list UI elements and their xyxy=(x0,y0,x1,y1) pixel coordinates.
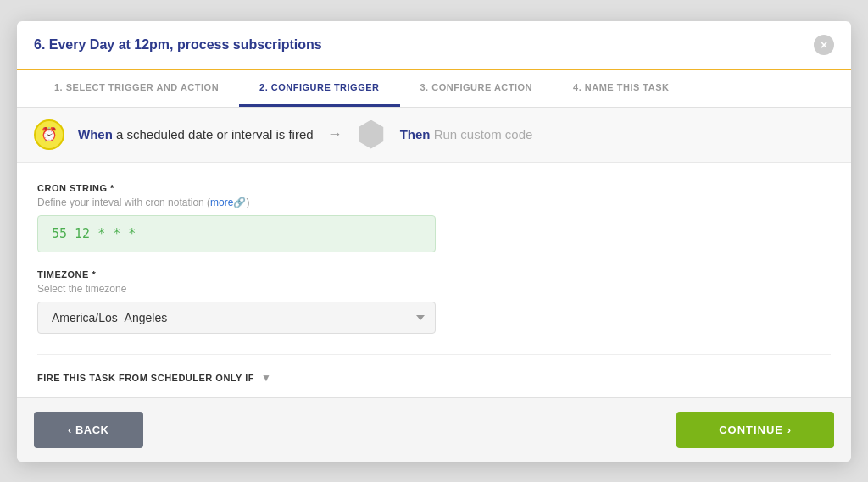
cron-label: CRON STRING * xyxy=(37,183,831,193)
timezone-label: TIMEZONE * xyxy=(37,269,831,280)
modal: 6. Every Day at 12pm, process subscripti… xyxy=(17,21,851,462)
back-button[interactable]: ‹ BACK xyxy=(34,412,143,448)
cron-section: CRON STRING * Define your inteval with c… xyxy=(37,183,831,252)
modal-body: CRON STRING * Define your inteval with c… xyxy=(17,163,851,397)
modal-title: 6. Every Day at 12pm, process subscripti… xyxy=(34,37,322,53)
trigger-text: a scheduled date or interval is fired xyxy=(116,127,314,141)
action-icon-container xyxy=(356,119,387,150)
modal-header: 6. Every Day at 12pm, process subscripti… xyxy=(17,21,851,70)
cron-required: * xyxy=(110,183,114,193)
then-label: Then xyxy=(400,127,431,141)
tab-select-trigger[interactable]: 1. SELECT TRIGGER AND ACTION xyxy=(34,70,239,107)
filter-icon: ▼ xyxy=(261,372,271,384)
when-label: When xyxy=(78,127,113,141)
tab-configure-trigger[interactable]: 2. CONFIGURE TRIGGER xyxy=(239,70,399,107)
cron-input[interactable] xyxy=(37,215,436,252)
timezone-section: TIMEZONE * Select the timezone America/L… xyxy=(37,269,831,334)
cron-hint: Define your inteval with cron notation (… xyxy=(37,197,831,208)
trigger-description: When a scheduled date or interval is fir… xyxy=(78,127,314,141)
timezone-required: * xyxy=(92,269,96,280)
tab-configure-action[interactable]: 3. CONFIGURE ACTION xyxy=(400,70,554,107)
arrow-icon: → xyxy=(327,125,342,143)
action-description: Run custom code xyxy=(434,127,533,141)
timezone-select[interactable]: America/Los_Angeles America/New_York Ame… xyxy=(37,302,436,334)
scheduler-label: FIRE THIS TASK FROM SCHEDULER ONLY IF ▼ xyxy=(37,372,831,384)
tab-bar: 1. SELECT TRIGGER AND ACTION 2. CONFIGUR… xyxy=(17,70,851,108)
tab-name-task[interactable]: 4. NAME THIS TASK xyxy=(553,70,689,107)
close-button[interactable]: × xyxy=(814,35,834,55)
modal-footer: ‹ BACK CONTINUE › xyxy=(17,397,851,462)
trigger-bar: ⏰ When a scheduled date or interval is f… xyxy=(17,108,851,163)
cron-more-link[interactable]: more🔗 xyxy=(210,197,246,208)
continue-button[interactable]: CONTINUE › xyxy=(676,412,834,448)
trigger-icon: ⏰ xyxy=(34,119,64,150)
action-text: Then Run custom code xyxy=(400,127,533,141)
hex-icon xyxy=(357,120,386,149)
timezone-hint: Select the timezone xyxy=(37,283,831,295)
scheduler-section: FIRE THIS TASK FROM SCHEDULER ONLY IF ▼ xyxy=(37,354,831,384)
